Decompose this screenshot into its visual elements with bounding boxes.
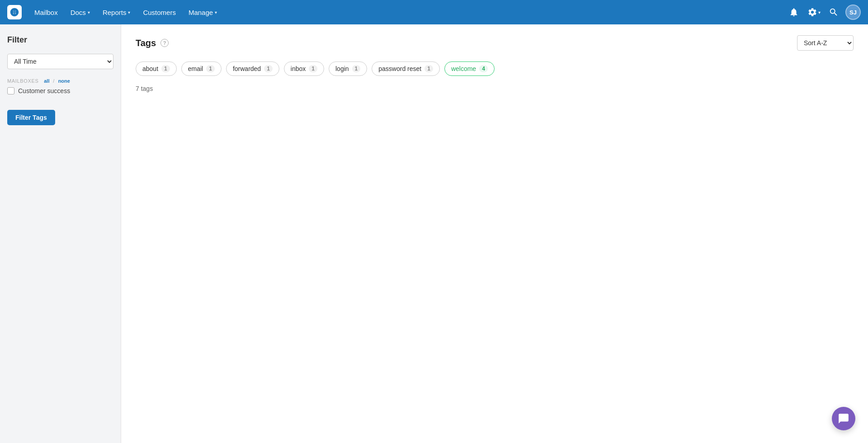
tag-chip[interactable]: inbox1	[284, 61, 324, 76]
mailbox-name-customer-success: Customer success	[18, 87, 70, 94]
nav-reports-label: Reports	[103, 9, 127, 16]
tag-label: inbox	[291, 65, 306, 72]
nav-customers[interactable]: Customers	[137, 6, 181, 19]
nav-docs[interactable]: Docs ▾	[65, 6, 95, 19]
tag-count: 1	[264, 65, 273, 72]
tag-chip[interactable]: login1	[329, 61, 367, 76]
tag-chip[interactable]: about1	[136, 61, 177, 76]
page-wrap: Filter All Time Today Yesterday Last 7 D…	[0, 24, 868, 443]
settings-button[interactable]: ▾	[806, 4, 822, 20]
settings-chevron-icon: ▾	[818, 10, 821, 15]
tag-chip[interactable]: forwarded1	[226, 61, 279, 76]
tags-title: Tags	[136, 38, 156, 48]
mailbox-item: Customer success	[7, 87, 113, 94]
tag-label: welcome	[451, 65, 476, 72]
mailbox-checkbox-customer-success[interactable]	[7, 87, 14, 94]
nav-mailbox[interactable]: Mailbox	[29, 6, 63, 19]
reports-chevron-icon: ▾	[128, 10, 130, 15]
chat-button[interactable]	[832, 407, 855, 430]
search-button[interactable]	[826, 4, 842, 20]
tag-label: password reset	[378, 65, 421, 72]
tag-count: 1	[425, 65, 433, 72]
navbar: Mailbox Docs ▾ Reports ▾ Customers Manag…	[0, 0, 868, 24]
user-avatar[interactable]: SJ	[845, 5, 861, 20]
tags-list: about1email1forwarded1inbox1login1passwo…	[136, 61, 854, 76]
tag-count: 1	[309, 65, 317, 72]
tag-count: 4	[479, 65, 488, 72]
filter-title: Filter	[7, 35, 113, 45]
nav-manage[interactable]: Manage ▾	[183, 6, 222, 19]
tag-label: about	[142, 65, 158, 72]
nav-reports[interactable]: Reports ▾	[97, 6, 136, 19]
app-logo[interactable]	[7, 5, 22, 19]
tag-chip[interactable]: welcome4	[444, 61, 495, 76]
tags-title-wrap: Tags ?	[136, 38, 169, 48]
mailboxes-label: MAILBOXES all / none	[7, 78, 113, 84]
nav-customers-label: Customers	[143, 9, 176, 16]
tag-label: login	[335, 65, 349, 72]
time-filter-select[interactable]: All Time Today Yesterday Last 7 Days Las…	[7, 54, 113, 69]
nav-manage-label: Manage	[189, 9, 213, 16]
filter-tags-button[interactable]: Filter Tags	[7, 110, 55, 125]
tag-label: forwarded	[233, 65, 261, 72]
nav-items: Mailbox Docs ▾ Reports ▾ Customers Manag…	[29, 6, 786, 19]
tags-total: 7 tags	[136, 85, 854, 92]
nav-mailbox-label: Mailbox	[34, 9, 58, 16]
mailboxes-none-link[interactable]: none	[58, 78, 70, 84]
docs-chevron-icon: ▾	[88, 10, 90, 15]
manage-chevron-icon: ▾	[215, 10, 217, 15]
tag-chip[interactable]: email1	[181, 61, 222, 76]
tag-count: 1	[206, 65, 215, 72]
tag-count: 1	[161, 65, 170, 72]
tag-chip[interactable]: password reset1	[372, 61, 440, 76]
sort-select[interactable]: Sort A-Z Sort Z-A Sort by count	[797, 35, 854, 51]
main-content: Tags ? Sort A-Z Sort Z-A Sort by count a…	[121, 24, 868, 443]
tag-count: 1	[352, 65, 361, 72]
tag-label: email	[188, 65, 203, 72]
mailboxes-all-link[interactable]: all	[44, 78, 49, 84]
nav-right: ▾ SJ	[786, 4, 861, 20]
tags-info-icon[interactable]: ?	[160, 39, 169, 47]
nav-docs-label: Docs	[71, 9, 86, 16]
notifications-button[interactable]	[786, 4, 802, 20]
sidebar: Filter All Time Today Yesterday Last 7 D…	[0, 24, 121, 443]
main-header: Tags ? Sort A-Z Sort Z-A Sort by count	[136, 35, 854, 51]
